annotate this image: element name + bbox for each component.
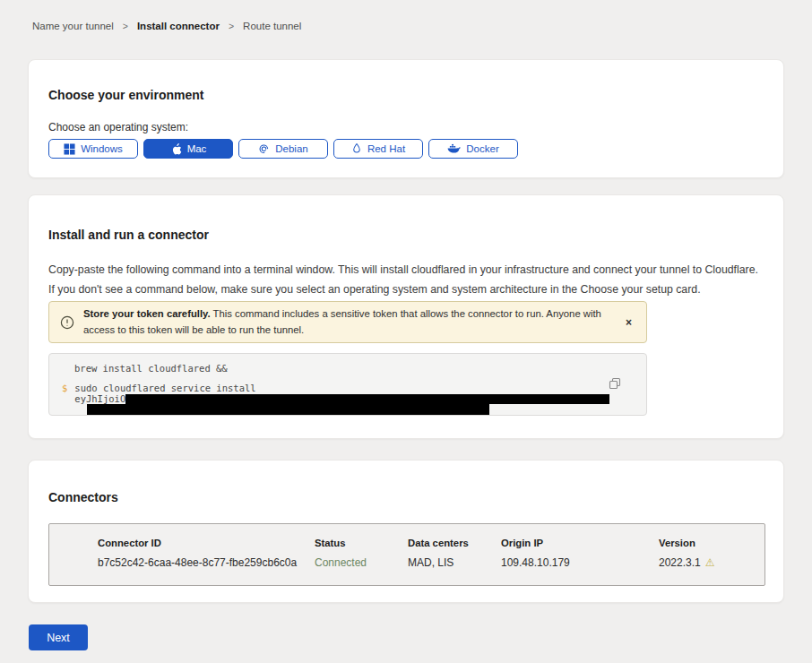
token-prefix: eyJhIjoiO: [74, 393, 125, 404]
apple-icon: [170, 142, 182, 156]
token-redaction-bar: [125, 394, 609, 404]
os-button-group: Windows Mac Debian Red Hat Docker: [48, 139, 518, 159]
os-button-label: Red Hat: [367, 143, 405, 154]
os-button-label: Windows: [81, 143, 123, 154]
connectors-title: Connectors: [48, 490, 118, 504]
token-redaction-bar: [87, 404, 489, 415]
redhat-icon: [351, 142, 362, 155]
info-circle-icon: [60, 315, 74, 330]
column-header-status: Status: [315, 538, 408, 548]
os-button-label: Docker: [466, 143, 498, 154]
connectors-card: Connectors Connector ID Status Data cent…: [28, 460, 784, 603]
os-button-redhat[interactable]: Red Hat: [333, 139, 423, 159]
breadcrumb-route-tunnel[interactable]: Route tunnel: [243, 21, 301, 31]
install-connector-card: Install and run a connector Copy-paste t…: [28, 194, 784, 439]
install-connector-title: Install and run a connector: [48, 228, 209, 242]
warning-triangle-icon: ⚠: [705, 556, 715, 569]
breadcrumb-install-connector[interactable]: Install connector: [137, 21, 220, 31]
column-header-connector-id: Connector ID: [98, 538, 315, 548]
code-line-brew: brew install cloudflared &&: [74, 363, 634, 374]
os-button-mac[interactable]: Mac: [143, 139, 233, 159]
close-icon[interactable]: ×: [622, 314, 635, 331]
os-select-label: Choose an operating system:: [48, 121, 188, 133]
docker-icon: [447, 143, 461, 154]
table-header-row: Connector ID Status Data centers Origin …: [98, 538, 764, 548]
breadcrumb-name-your-tunnel[interactable]: Name your tunnel: [32, 21, 114, 31]
os-button-label: Mac: [187, 143, 207, 154]
copy-icon[interactable]: [607, 375, 623, 394]
windows-icon: [64, 143, 75, 155]
environment-card-title: Choose your environment: [48, 88, 203, 102]
column-header-origin-ip: Origin IP: [501, 538, 659, 548]
debian-icon: [258, 143, 270, 155]
version-number: 2022.3.1: [659, 556, 701, 569]
connectors-table: Connector ID Status Data centers Origin …: [48, 523, 765, 586]
os-button-windows[interactable]: Windows: [48, 139, 138, 159]
os-button-debian[interactable]: Debian: [238, 139, 328, 159]
data-centers-value: MAD, LIS: [408, 556, 501, 569]
breadcrumb: Name your tunnel > Install connector > R…: [32, 21, 301, 31]
token-warning-text: Store your token carefully. This command…: [83, 306, 613, 338]
token-warning-banner: Store your token carefully. This command…: [48, 301, 647, 343]
version-value: 2022.3.1 ⚠: [659, 556, 764, 569]
breadcrumb-separator: >: [123, 21, 128, 31]
shell-prompt: $: [62, 383, 67, 404]
code-line-sudo: sudo cloudflared service install: [74, 383, 609, 393]
token-warning-title: Store your token carefully.: [83, 308, 211, 319]
table-row: b7c52c42-6caa-48ee-8c77-fbe259cb6c0a Con…: [98, 556, 764, 569]
install-connector-description: Copy-paste the following command into a …: [48, 261, 762, 299]
origin-ip-value: 109.48.10.179: [501, 556, 659, 569]
install-command-code-block[interactable]: brew install cloudflared && $ sudo cloud…: [48, 353, 647, 416]
os-button-label: Debian: [275, 143, 307, 154]
status-badge: Connected: [315, 556, 408, 569]
column-header-data-centers: Data centers: [408, 538, 501, 548]
next-button[interactable]: Next: [29, 624, 88, 650]
connector-id-value: b7c52c42-6caa-48ee-8c77-fbe259cb6c0a: [98, 556, 315, 569]
os-button-docker[interactable]: Docker: [428, 139, 518, 159]
breadcrumb-separator: >: [229, 21, 234, 31]
column-header-version: Version: [659, 538, 764, 548]
environment-card: Choose your environment Choose an operat…: [28, 59, 784, 178]
